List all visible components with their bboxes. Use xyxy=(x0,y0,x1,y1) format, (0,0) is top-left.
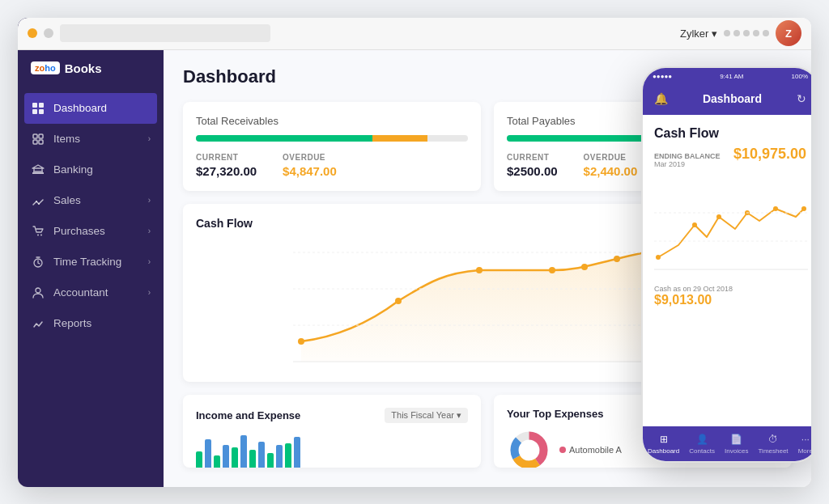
phone-chart-area xyxy=(654,176,806,277)
username[interactable]: Zylker ▾ xyxy=(680,28,717,40)
sidebar-item-label: Purchases xyxy=(53,225,105,237)
arrow-icon: › xyxy=(148,196,151,205)
income-expense-chart xyxy=(196,431,468,468)
svg-point-35 xyxy=(716,214,721,219)
payables-green xyxy=(507,135,643,142)
total-receivables-card: Total Receivables CURRENT $27,320.00 OVE… xyxy=(183,102,481,191)
dot-yellow xyxy=(28,28,37,38)
current-label: CURRENT xyxy=(196,153,257,162)
time-tracking-icon xyxy=(31,255,45,269)
svg-rect-8 xyxy=(32,172,44,174)
svg-point-17 xyxy=(476,267,483,273)
phone-balance-label: ENDING BALANCE xyxy=(654,152,721,160)
zoho-logo: zoho xyxy=(31,61,60,74)
phone-overlay: ●●●●● 9:41 AM 100% 🔔 Dashboard ↻ Cash Fl… xyxy=(641,66,811,463)
sidebar-item-label: Dashboard xyxy=(53,102,107,114)
sidebar-item-label: Accountant xyxy=(53,286,108,299)
sidebar-item-banking[interactable]: Banking xyxy=(18,155,164,185)
svg-point-9 xyxy=(36,201,37,202)
phone-nav-more-label: More xyxy=(798,447,811,455)
reports-icon xyxy=(31,316,45,331)
sidebar-item-sales[interactable]: Sales › xyxy=(18,185,164,216)
phone-header: 🔔 Dashboard ↻ xyxy=(643,86,811,115)
expense-label: Automobile A xyxy=(569,445,622,455)
svg-rect-7 xyxy=(39,140,43,144)
svg-point-18 xyxy=(549,267,555,273)
svg-point-11 xyxy=(37,234,39,235)
dashboard-icon xyxy=(31,101,45,116)
phone-balance-info: ENDING BALANCE Mar 2019 xyxy=(654,152,721,168)
books-label: Books xyxy=(65,61,102,75)
fiscal-year-button[interactable]: This Fiscal Year ▾ xyxy=(385,408,468,423)
sidebar-item-label: Banking xyxy=(53,163,93,176)
expense-legend: Automobile A xyxy=(559,445,622,455)
receivables-green xyxy=(196,135,372,142)
arrow-icon: › xyxy=(148,227,151,235)
receivables-overdue: OVERDUE $4,847.00 xyxy=(283,153,337,178)
phone-time: 9:41 AM xyxy=(720,73,743,80)
nav-dots xyxy=(724,30,769,36)
sidebar-item-accountant[interactable]: Accountant › xyxy=(18,277,164,308)
phone-nav-invoices-label: Invoices xyxy=(725,447,748,455)
phone-signal: ●●●●● xyxy=(653,73,672,80)
avatar[interactable]: Z xyxy=(776,20,801,46)
top-bar: Zylker ▾ Z xyxy=(18,18,811,50)
phone-body: Cash Flow ENDING BALANCE Mar 2019 $10,97… xyxy=(643,115,811,319)
sidebar-item-items[interactable]: Items › xyxy=(18,124,164,155)
address-bar[interactable] xyxy=(60,24,270,42)
receivables-stats: CURRENT $27,320.00 OVERDUE $4,847.00 xyxy=(196,153,468,178)
phone-status-bar: ●●●●● 9:41 AM 100% xyxy=(643,68,811,86)
svg-point-37 xyxy=(773,206,778,211)
phone-ending-balance: ENDING BALANCE Mar 2019 $10,975.00 xyxy=(654,146,806,168)
svg-rect-0 xyxy=(32,103,37,108)
receivables-yellow xyxy=(372,135,427,142)
svg-point-38 xyxy=(801,206,806,211)
svg-rect-3 xyxy=(39,109,44,114)
phone-nav-timesheet-icon: ⏱ xyxy=(767,433,780,446)
sidebar-item-time-tracking[interactable]: Time Tracking › xyxy=(18,247,164,277)
dot4 xyxy=(753,30,759,36)
sales-icon xyxy=(31,193,45,208)
overdue-value: $4,847.00 xyxy=(283,164,337,178)
current-value: $2500.00 xyxy=(507,164,558,178)
refresh-icon[interactable]: ↻ xyxy=(797,92,806,105)
sidebar-item-purchases[interactable]: Purchases › xyxy=(18,216,164,247)
arrow-icon: › xyxy=(148,257,151,266)
sidebar-item-dashboard[interactable]: Dashboard xyxy=(24,93,157,124)
sidebar-item-label: Time Tracking xyxy=(53,256,121,268)
dot1 xyxy=(724,30,730,36)
sidebar-item-label: Reports xyxy=(53,317,91,329)
phone-balance-amount: $10,975.00 xyxy=(733,146,806,163)
overdue-label: OVERDUE xyxy=(283,153,337,162)
overdue-value: $2,440.00 xyxy=(584,164,638,178)
svg-point-20 xyxy=(614,256,620,262)
phone-nav-timesheet[interactable]: ⏱ Timesheet xyxy=(759,433,789,455)
phone-nav-more-icon: ··· xyxy=(799,433,811,446)
phone-header-title: Dashboard xyxy=(703,92,762,105)
purchases-icon xyxy=(31,224,45,239)
expense-item-automobile: Automobile A xyxy=(559,445,622,455)
sidebar-item-reports[interactable]: Reports xyxy=(18,308,164,339)
svg-rect-1 xyxy=(39,103,44,108)
dot-gray xyxy=(44,28,53,38)
phone-nav-contacts[interactable]: 👤 Contacts xyxy=(689,433,715,455)
items-icon xyxy=(31,132,45,146)
donut-chart xyxy=(507,428,551,468)
svg-point-33 xyxy=(656,255,661,260)
svg-point-10 xyxy=(38,203,40,205)
phone-nav-invoices[interactable]: 📄 Invoices xyxy=(725,433,748,455)
overdue-label: OVERDUE xyxy=(584,153,638,162)
dot3 xyxy=(743,30,750,36)
svg-point-16 xyxy=(395,298,402,304)
phone-nav-bar: ⊞ Dashboard 👤 Contacts 📄 Invoices ⏱ Time… xyxy=(643,426,811,461)
top-bar-right: Zylker ▾ Z xyxy=(680,20,801,46)
phone-nav-dashboard[interactable]: ⊞ Dashboard xyxy=(648,433,679,455)
phone-balance-date: Mar 2019 xyxy=(654,160,721,168)
phone-nav-contacts-label: Contacts xyxy=(689,447,715,455)
phone-nav-more[interactable]: ··· More xyxy=(798,433,811,455)
accountant-icon xyxy=(31,286,45,300)
receivables-progress xyxy=(196,135,468,142)
svg-rect-5 xyxy=(39,134,43,138)
bell-icon[interactable]: 🔔 xyxy=(654,92,668,105)
arrow-icon: › xyxy=(148,288,151,297)
